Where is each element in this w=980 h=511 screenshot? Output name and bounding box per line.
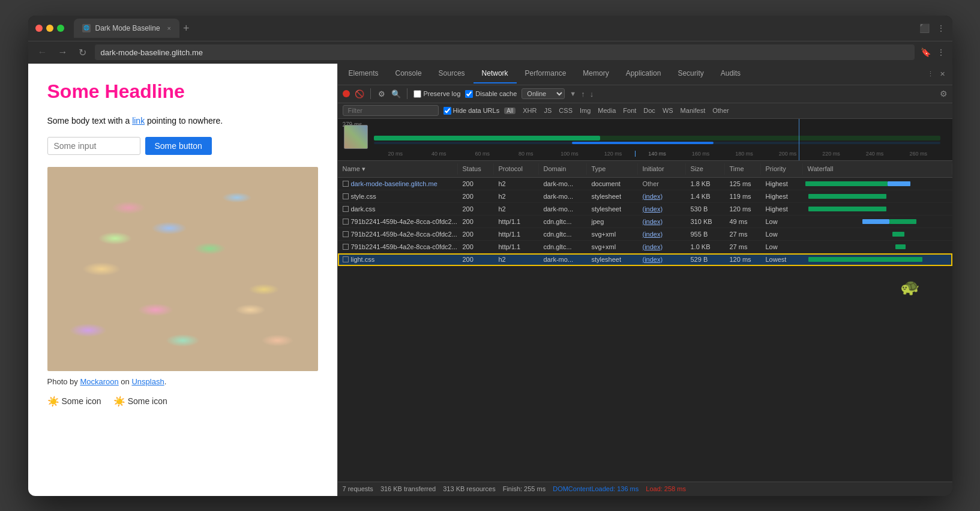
devtools-more-icon[interactable]: ⋮ bbox=[927, 70, 934, 78]
maximize-button[interactable] bbox=[57, 25, 64, 32]
tab-security[interactable]: Security bbox=[669, 64, 712, 83]
some-button[interactable]: Some button bbox=[145, 137, 212, 155]
hide-data-urls-input[interactable] bbox=[443, 107, 451, 115]
devtools-network-area: 279 ms 20 ms 40 ms 60 ms bbox=[338, 119, 952, 496]
header-size[interactable]: Size bbox=[686, 163, 725, 175]
bookmark-icon[interactable]: 🔖 bbox=[921, 47, 931, 57]
row5-waterfall bbox=[803, 228, 952, 240]
empty-area: 🐢 bbox=[338, 266, 952, 314]
new-tab-button[interactable]: + bbox=[183, 23, 190, 34]
preserve-log-input[interactable] bbox=[413, 90, 421, 98]
table-row[interactable]: 791b2241-459b-4a2e-8cca-c0fdc2... 200 ht… bbox=[338, 241, 952, 253]
photographer-link[interactable]: Mockaroon bbox=[80, 377, 118, 386]
row7-initiator[interactable]: (index) bbox=[638, 254, 686, 265]
row7-domain: dark-mo... bbox=[539, 254, 587, 265]
table-row[interactable]: dark-mode-baseline.glitch.me 200 h2 dark… bbox=[338, 178, 952, 190]
header-initiator[interactable]: Initiator bbox=[638, 163, 686, 175]
address-input[interactable] bbox=[95, 44, 915, 60]
row5-status: 200 bbox=[458, 229, 494, 240]
row6-waterfall bbox=[803, 241, 952, 253]
hide-data-urls-checkbox[interactable]: Hide data URLs bbox=[443, 107, 500, 115]
search-icon[interactable]: 🔍 bbox=[391, 89, 401, 98]
preserve-log-checkbox[interactable]: Preserve log bbox=[413, 90, 461, 98]
header-priority[interactable]: Priority bbox=[761, 163, 803, 175]
tab-performance[interactable]: Performance bbox=[517, 64, 575, 83]
table-row[interactable]: 791b2241-459b-4a2e-8cca-c0fdc2... 200 ht… bbox=[338, 228, 952, 241]
row5-initiator[interactable]: (index) bbox=[638, 229, 686, 240]
table-row[interactable]: dark.css 200 h2 dark-mo... stylesheet (i… bbox=[338, 203, 952, 216]
header-waterfall[interactable]: Waterfall bbox=[803, 163, 952, 175]
file-icon bbox=[343, 256, 349, 262]
header-time[interactable]: Time bbox=[725, 163, 761, 175]
close-button[interactable] bbox=[35, 25, 43, 32]
filter-doc[interactable]: Doc bbox=[641, 107, 658, 114]
more-icon[interactable]: ⋮ bbox=[937, 23, 945, 33]
filter-css[interactable]: CSS bbox=[556, 107, 575, 114]
tab-sources[interactable]: Sources bbox=[430, 64, 473, 83]
tab-network[interactable]: Network bbox=[473, 64, 517, 83]
filter-js[interactable]: JS bbox=[542, 107, 555, 114]
record-button[interactable] bbox=[343, 90, 350, 97]
filter-xhr[interactable]: XHR bbox=[520, 107, 539, 114]
load-time: Load: 258 ms bbox=[646, 485, 686, 492]
filter-img[interactable]: Img bbox=[577, 107, 593, 114]
disable-cache-checkbox[interactable]: Disable cache bbox=[465, 90, 517, 98]
tab-close-icon[interactable]: × bbox=[167, 25, 171, 32]
input-row: Some button bbox=[47, 137, 318, 155]
filter-font[interactable]: Font bbox=[621, 107, 639, 114]
address-icons: 🔖 ⋮ bbox=[921, 47, 945, 57]
filter-media[interactable]: Media bbox=[595, 107, 618, 114]
filter-input[interactable] bbox=[343, 105, 439, 116]
row4-initiator[interactable]: (index) bbox=[638, 216, 686, 227]
photo-credit: Photo by Mockaroon on Unsplash. bbox=[47, 377, 318, 386]
clear-icon[interactable]: 🚫 bbox=[355, 89, 364, 98]
active-tab[interactable]: 🌐 Dark Mode Baseline × bbox=[74, 19, 180, 38]
header-status[interactable]: Status bbox=[458, 163, 494, 175]
upload-icon[interactable]: ↑ bbox=[581, 89, 585, 98]
tab-elements[interactable]: Elements bbox=[340, 64, 387, 83]
row6-type: svg+xml bbox=[587, 241, 638, 252]
header-name[interactable]: Name ▾ bbox=[338, 163, 458, 175]
row2-name: style.css bbox=[338, 191, 458, 202]
tab-audits[interactable]: Audits bbox=[712, 64, 749, 83]
table-row[interactable]: style.css 200 h2 dark-mo... stylesheet (… bbox=[338, 190, 952, 203]
filter-manifest[interactable]: Manifest bbox=[678, 107, 708, 114]
separator-1 bbox=[370, 88, 371, 99]
file-icon bbox=[343, 181, 349, 187]
tab-console[interactable]: Console bbox=[387, 64, 430, 83]
row2-initiator[interactable]: (index) bbox=[638, 191, 686, 202]
settings-icon[interactable]: ⚙ bbox=[940, 89, 948, 98]
forward-button[interactable]: → bbox=[56, 46, 70, 59]
preserve-log-label: Preserve log bbox=[424, 90, 461, 97]
tab-application[interactable]: Application bbox=[618, 64, 670, 83]
hide-data-urls-label: Hide data URLs bbox=[453, 107, 500, 114]
row3-initiator[interactable]: (index) bbox=[638, 204, 686, 214]
reload-button[interactable]: ↻ bbox=[76, 46, 89, 59]
filter-ws[interactable]: WS bbox=[660, 107, 676, 114]
download-icon[interactable]: ↓ bbox=[590, 89, 594, 98]
more-options-icon[interactable]: ⋮ bbox=[937, 47, 945, 57]
header-domain[interactable]: Domain bbox=[539, 163, 587, 175]
some-input[interactable] bbox=[47, 137, 140, 155]
table-row-selected[interactable]: light.css 200 h2 dark-mo... stylesheet (… bbox=[338, 253, 952, 266]
filter-other[interactable]: Other bbox=[710, 107, 732, 114]
filter-icon[interactable]: ⚙ bbox=[377, 89, 386, 98]
minimize-button[interactable] bbox=[46, 25, 53, 32]
header-protocol[interactable]: Protocol bbox=[494, 163, 539, 175]
unsplash-link[interactable]: Unsplash bbox=[131, 377, 164, 386]
header-type[interactable]: Type bbox=[587, 163, 638, 175]
dom-content-loaded: DOMContentLoaded: 136 ms bbox=[553, 485, 639, 492]
all-badge[interactable]: All bbox=[504, 107, 516, 114]
disable-cache-input[interactable] bbox=[465, 90, 473, 98]
devtools-close-icon[interactable]: ✕ bbox=[940, 70, 945, 78]
table-row[interactable]: 791b2241-459b-4a2e-8cca-c0fdc2... 200 ht… bbox=[338, 216, 952, 228]
body-link[interactable]: link bbox=[132, 116, 145, 125]
row1-status: 200 bbox=[458, 178, 494, 189]
row6-priority: Low bbox=[761, 241, 803, 252]
throttle-select[interactable]: Online Fast 3G Slow 3G Offline bbox=[522, 88, 565, 99]
back-button[interactable]: ← bbox=[35, 46, 50, 59]
row6-initiator[interactable]: (index) bbox=[638, 241, 686, 252]
tab-memory[interactable]: Memory bbox=[574, 64, 617, 83]
extensions-icon[interactable]: ⬛ bbox=[919, 23, 930, 33]
webpage-area: Some Headline Some body text with a link… bbox=[28, 64, 337, 496]
